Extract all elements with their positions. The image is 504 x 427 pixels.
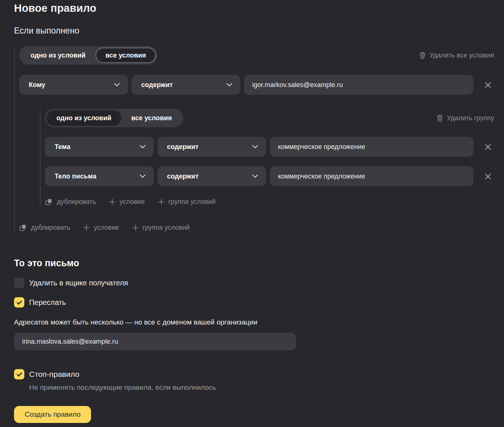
chevron-down-icon bbox=[226, 83, 232, 87]
condition-row-recipient: Кому содержит bbox=[19, 75, 494, 95]
option-delete-in-mailbox: Удалить в ящике получателя bbox=[14, 278, 504, 288]
duplicate-label: дублировать bbox=[57, 198, 96, 206]
match-mode-toggle-outer: одно из условий все условия bbox=[19, 46, 157, 65]
forward-label: Переслать bbox=[29, 298, 66, 307]
condition-value-input[interactable] bbox=[270, 166, 473, 186]
duplicate-icon bbox=[45, 198, 53, 206]
create-rule-button[interactable]: Создать правило bbox=[14, 406, 91, 423]
add-condition-button[interactable]: условие bbox=[83, 224, 119, 232]
trash-icon bbox=[419, 52, 426, 59]
condition-operator-value: содержит bbox=[167, 173, 199, 180]
option-forward: Переслать bbox=[14, 297, 504, 308]
delete-all-conditions-button[interactable]: Удалить все условия bbox=[419, 52, 494, 59]
stop-rule-description: Не применять последующие правила, если в… bbox=[29, 383, 504, 392]
add-condition-group-button[interactable]: группа условий bbox=[158, 198, 216, 206]
forward-checkbox[interactable] bbox=[14, 297, 24, 308]
delete-in-mailbox-checkbox[interactable] bbox=[14, 278, 24, 288]
delete-group-label: Удалить группу bbox=[447, 114, 494, 122]
condition-field-select[interactable]: Тема bbox=[45, 137, 154, 157]
condition-field-select[interactable]: Кому bbox=[19, 75, 128, 95]
plus-icon bbox=[158, 199, 164, 205]
stop-rule-option: Стоп-правило Не применять последующие пр… bbox=[14, 369, 504, 392]
condition-field-value: Тема bbox=[55, 143, 70, 151]
chevron-down-icon bbox=[140, 174, 146, 178]
duplicate-icon bbox=[19, 224, 27, 232]
chevron-down-icon bbox=[252, 145, 258, 149]
delete-all-conditions-label: Удалить все условия bbox=[430, 52, 494, 59]
condition-operator-select[interactable]: содержит bbox=[157, 166, 266, 186]
add-group-label: группа условий bbox=[168, 198, 216, 206]
delete-in-mailbox-label: Удалить в ящике получателя bbox=[29, 279, 128, 287]
condition-operator-select[interactable]: содержит bbox=[157, 137, 266, 157]
then-section-heading: То это письмо bbox=[14, 258, 504, 268]
plus-icon bbox=[83, 225, 90, 231]
add-group-label: группа условий bbox=[143, 224, 190, 232]
condition-operator-value: содержит bbox=[167, 143, 199, 151]
chevron-down-icon bbox=[140, 145, 146, 149]
checkmark-icon bbox=[16, 371, 22, 378]
conditions-group-outer: одно из условий все условия Удалить все … bbox=[14, 46, 504, 233]
add-condition-label: условие bbox=[119, 198, 145, 206]
condition-row-body: Тело письма содержит bbox=[45, 166, 494, 186]
page-title: Новое правило bbox=[14, 2, 504, 14]
stop-rule-checkbox[interactable] bbox=[14, 369, 24, 379]
delete-group-button[interactable]: Удалить группу bbox=[436, 114, 494, 122]
outer-group-actions: дублировать условие группа условий bbox=[19, 222, 494, 233]
outer-group-header: одно из условий все условия Удалить все … bbox=[19, 46, 494, 65]
toggle-all-conditions-outer[interactable]: все условия bbox=[95, 48, 156, 63]
checkmark-icon bbox=[16, 299, 22, 306]
remove-condition-button[interactable] bbox=[482, 140, 494, 153]
new-rule-form: Новое правило Если выполнено одно из усл… bbox=[0, 0, 504, 427]
remove-condition-button[interactable] bbox=[482, 170, 494, 183]
add-condition-group-button[interactable]: группа условий bbox=[132, 224, 190, 232]
toggle-one-of-conditions-nested[interactable]: одно из условий bbox=[46, 110, 121, 126]
condition-row-subject: Тема содержит bbox=[45, 137, 494, 157]
if-section-heading: Если выполнено bbox=[14, 26, 504, 36]
match-mode-toggle-nested: одно из условий все условия bbox=[45, 109, 183, 127]
condition-operator-select[interactable]: содержит bbox=[132, 75, 240, 95]
forward-address-input[interactable] bbox=[14, 333, 296, 350]
duplicate-button[interactable]: дублировать bbox=[45, 198, 96, 206]
close-icon bbox=[484, 173, 492, 180]
toggle-one-of-conditions-outer[interactable]: одно из условий bbox=[21, 48, 95, 63]
condition-value-input[interactable] bbox=[270, 137, 473, 157]
toggle-all-conditions-nested[interactable]: все условия bbox=[121, 110, 182, 126]
plus-icon bbox=[109, 199, 115, 205]
close-icon bbox=[484, 81, 492, 89]
condition-field-select[interactable]: Тело письма bbox=[45, 166, 154, 186]
trash-icon bbox=[436, 114, 444, 122]
duplicate-label: дублировать bbox=[31, 224, 70, 232]
condition-field-value: Тело письма bbox=[55, 173, 96, 180]
stop-rule-label: Стоп-правило bbox=[29, 370, 79, 379]
condition-operator-value: содержит bbox=[141, 81, 173, 89]
condition-field-value: Кому bbox=[29, 81, 45, 89]
forward-hint: Адресатов может быть несколько — но все … bbox=[14, 318, 504, 326]
chevron-down-icon bbox=[114, 83, 120, 87]
duplicate-button[interactable]: дублировать bbox=[19, 224, 70, 232]
chevron-down-icon bbox=[252, 174, 258, 178]
remove-condition-button[interactable] bbox=[482, 79, 494, 91]
close-icon bbox=[484, 143, 492, 151]
add-condition-button[interactable]: условие bbox=[109, 198, 145, 206]
condition-value-input[interactable] bbox=[244, 75, 473, 95]
add-condition-label: условие bbox=[94, 224, 119, 232]
nested-group-header: одно из условий все условия Удалить груп… bbox=[45, 109, 494, 127]
nested-group-actions: дублировать условие группа условий bbox=[45, 197, 494, 207]
plus-icon bbox=[132, 225, 139, 231]
conditions-group-nested: одно из условий все условия Удалить груп… bbox=[40, 109, 494, 207]
